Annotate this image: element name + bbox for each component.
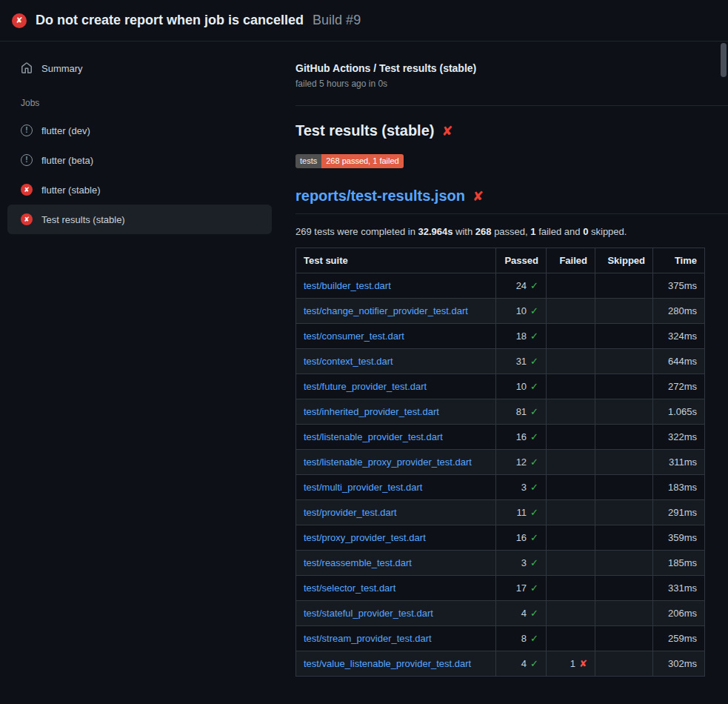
suite-cell: test/multi_provider_test.dart bbox=[296, 475, 496, 500]
time-cell: 331ms bbox=[653, 576, 705, 601]
time-cell: 375ms bbox=[653, 273, 705, 299]
badge-label: tests bbox=[295, 154, 321, 168]
test-suite-link[interactable]: test/provider_test.dart bbox=[304, 507, 397, 518]
table-row: test/inherited_provider_test.dart81✓1.06… bbox=[296, 399, 705, 425]
sidebar-item-summary[interactable]: Summary bbox=[7, 53, 272, 83]
passed-cell: 24✓ bbox=[496, 273, 547, 299]
table-header-row: Test suite Passed Failed Skipped Time bbox=[296, 248, 705, 273]
check-icon: ✓ bbox=[530, 406, 538, 417]
passed-cell: 8✓ bbox=[496, 626, 547, 651]
passed-cell: 16✓ bbox=[496, 525, 547, 551]
job-label: flutter (beta) bbox=[41, 155, 93, 166]
check-icon: ✓ bbox=[530, 456, 538, 468]
skipped-cell bbox=[595, 374, 653, 399]
failed-cell bbox=[547, 273, 595, 299]
time-cell: 302ms bbox=[653, 651, 705, 677]
skipped-cell bbox=[595, 651, 653, 677]
test-suite-link[interactable]: test/future_provider_test.dart bbox=[304, 381, 427, 392]
check-icon: ✓ bbox=[530, 557, 538, 568]
test-suite-link[interactable]: test/multi_provider_test.dart bbox=[304, 482, 422, 493]
table-row: test/listenable_provider_test.dart16✓322… bbox=[296, 425, 705, 450]
failed-cell bbox=[547, 399, 595, 425]
skipped-cell bbox=[595, 349, 653, 374]
time-cell: 359ms bbox=[653, 525, 705, 551]
time-cell: 291ms bbox=[653, 500, 705, 525]
main-content: GitHub Actions / Test results (stable) f… bbox=[284, 41, 728, 704]
table-row: test/future_provider_test.dart10✓272ms bbox=[296, 374, 705, 399]
time-cell: 311ms bbox=[653, 450, 705, 475]
passed-cell: 4✓ bbox=[496, 601, 547, 626]
failed-cell bbox=[547, 450, 595, 475]
check-icon: ✓ bbox=[530, 431, 538, 442]
summary-text: 268 bbox=[475, 226, 492, 237]
time-cell: 644ms bbox=[653, 349, 705, 374]
failed-icon: ✘ bbox=[21, 213, 33, 225]
test-suite-link[interactable]: test/builder_test.dart bbox=[304, 280, 391, 291]
summary-line: 269 tests were completed in 32.964s with… bbox=[295, 226, 728, 237]
table-row: test/stream_provider_test.dart8✓259ms bbox=[296, 626, 705, 651]
home-icon bbox=[21, 62, 33, 74]
check-icon: ✓ bbox=[530, 305, 538, 316]
passed-cell: 3✓ bbox=[496, 475, 547, 500]
failed-cell bbox=[547, 324, 595, 349]
suite-cell: test/reassemble_test.dart bbox=[296, 551, 496, 576]
header-time: Time bbox=[653, 248, 705, 273]
sidebar-item-test-results-stable-[interactable]: ✘Test results (stable) bbox=[7, 205, 272, 234]
test-suite-link[interactable]: test/listenable_provider_test.dart bbox=[304, 431, 443, 442]
skipped-cell bbox=[595, 576, 653, 601]
skipped-cell bbox=[595, 299, 653, 324]
report-link[interactable]: reports/test-results.json bbox=[295, 187, 465, 205]
test-suite-link[interactable]: test/context_test.dart bbox=[304, 356, 393, 367]
sidebar: Summary Jobs !flutter (dev)!flutter (bet… bbox=[0, 41, 284, 704]
failed-cell bbox=[547, 475, 595, 500]
suite-cell: test/change_notifier_provider_test.dart bbox=[296, 299, 496, 324]
test-suite-link[interactable]: test/stateful_provider_test.dart bbox=[304, 608, 433, 619]
suite-cell: test/consumer_test.dart bbox=[296, 324, 496, 349]
test-suite-link[interactable]: test/proxy_provider_test.dart bbox=[304, 532, 426, 543]
suite-cell: test/inherited_provider_test.dart bbox=[296, 399, 496, 425]
test-suite-link[interactable]: test/change_notifier_provider_test.dart bbox=[304, 305, 468, 316]
failed-cell bbox=[547, 349, 595, 374]
tests-badge: tests 268 passed, 1 failed bbox=[295, 154, 404, 168]
passed-cell: 81✓ bbox=[496, 399, 547, 425]
suite-cell: test/stream_provider_test.dart bbox=[296, 626, 496, 651]
passed-cell: 31✓ bbox=[496, 349, 547, 374]
section-title-text: Test results (stable) bbox=[295, 122, 434, 139]
test-suite-link[interactable]: test/inherited_provider_test.dart bbox=[304, 406, 439, 417]
skipped-cell bbox=[595, 425, 653, 450]
suite-cell: test/proxy_provider_test.dart bbox=[296, 525, 496, 551]
layout: Summary Jobs !flutter (dev)!flutter (bet… bbox=[0, 41, 728, 704]
failed-cell bbox=[547, 500, 595, 525]
badge-value: 268 passed, 1 failed bbox=[321, 154, 403, 168]
passed-cell: 11✓ bbox=[496, 500, 547, 525]
skipped-cell bbox=[595, 525, 653, 551]
time-cell: 1.065s bbox=[653, 399, 705, 425]
results-table: Test suite Passed Failed Skipped Time te… bbox=[295, 248, 705, 677]
sidebar-item-flutter-dev-[interactable]: !flutter (dev) bbox=[7, 116, 272, 145]
test-suite-link[interactable]: test/listenable_proxy_provider_test.dart bbox=[304, 456, 472, 468]
divider bbox=[295, 105, 728, 106]
failed-cell bbox=[547, 576, 595, 601]
failed-cell bbox=[547, 601, 595, 626]
skipped-cell bbox=[595, 450, 653, 475]
suite-cell: test/selector_test.dart bbox=[296, 576, 496, 601]
summary-text: 32.964s bbox=[418, 226, 453, 237]
test-suite-link[interactable]: test/stream_provider_test.dart bbox=[304, 633, 432, 644]
passed-cell: 10✓ bbox=[496, 299, 547, 324]
sidebar-item-flutter-beta-[interactable]: !flutter (beta) bbox=[7, 145, 272, 175]
test-suite-link[interactable]: test/reassemble_test.dart bbox=[304, 557, 412, 568]
failed-cell: 1✘ bbox=[547, 651, 595, 677]
table-row: test/builder_test.dart24✓375ms bbox=[296, 273, 705, 299]
build-number: Build #9 bbox=[313, 13, 361, 28]
test-suite-link[interactable]: test/consumer_test.dart bbox=[304, 331, 404, 342]
test-suite-link[interactable]: test/selector_test.dart bbox=[304, 582, 395, 594]
breadcrumb: GitHub Actions / Test results (stable) bbox=[295, 62, 728, 74]
time-cell: 272ms bbox=[653, 374, 705, 399]
job-label: flutter (dev) bbox=[41, 125, 90, 136]
suite-cell: test/provider_test.dart bbox=[296, 500, 496, 525]
sidebar-item-flutter-stable-[interactable]: ✘flutter (stable) bbox=[7, 175, 272, 205]
test-suite-link[interactable]: test/value_listenable_provider_test.dart bbox=[304, 658, 471, 669]
scrollbar-thumb[interactable] bbox=[721, 43, 727, 77]
failed-cell bbox=[547, 626, 595, 651]
failed-x-icon: ✘ bbox=[441, 123, 453, 139]
